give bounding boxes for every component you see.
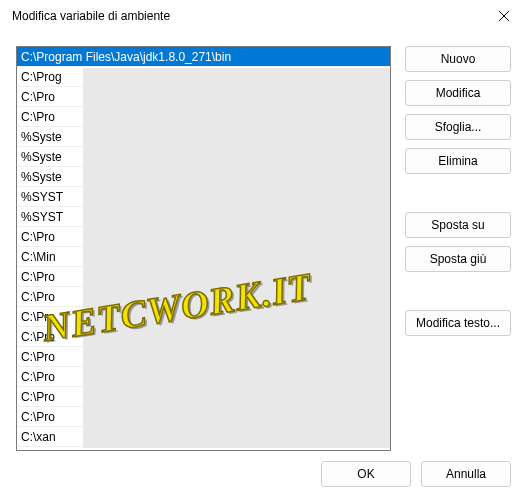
list-item[interactable]: C:\Pro bbox=[17, 367, 390, 387]
close-button[interactable] bbox=[481, 0, 527, 32]
browse-button[interactable]: Sfoglia... bbox=[405, 114, 511, 140]
list-item[interactable]: C:\Pro bbox=[17, 227, 390, 247]
dialog-footer: OK Annulla bbox=[321, 461, 511, 487]
list-item[interactable]: C:\Pro bbox=[17, 327, 390, 347]
button-sidebar: Nuovo Modifica Sfoglia... Elimina Sposta… bbox=[405, 46, 511, 451]
list-item[interactable]: C:\Pro bbox=[17, 107, 390, 127]
list-item[interactable]: C:\Pro bbox=[17, 287, 390, 307]
list-item[interactable]: C:\Prog bbox=[17, 67, 390, 87]
list-item[interactable]: %SYST bbox=[17, 187, 390, 207]
list-item[interactable]: %Syste bbox=[17, 167, 390, 187]
close-icon bbox=[499, 11, 509, 21]
edit-text-button[interactable]: Modifica testo... bbox=[405, 310, 511, 336]
titlebar: Modifica variabile di ambiente bbox=[0, 0, 527, 32]
dialog-content: C:\Program Files\Java\jdk1.8.0_271\binC:… bbox=[0, 32, 527, 501]
delete-button[interactable]: Elimina bbox=[405, 148, 511, 174]
edit-button[interactable]: Modifica bbox=[405, 80, 511, 106]
window-title: Modifica variabile di ambiente bbox=[12, 9, 170, 23]
list-item[interactable]: C:\Pro bbox=[17, 87, 390, 107]
list-item[interactable]: %Syste bbox=[17, 127, 390, 147]
list-item[interactable]: %Syste bbox=[17, 147, 390, 167]
move-down-button[interactable]: Sposta giù bbox=[405, 246, 511, 272]
list-item[interactable]: C:\xan bbox=[17, 427, 390, 447]
list-item[interactable]: C:\Pro bbox=[17, 347, 390, 367]
move-up-button[interactable]: Sposta su bbox=[405, 212, 511, 238]
path-listbox[interactable]: C:\Program Files\Java\jdk1.8.0_271\binC:… bbox=[16, 46, 391, 451]
list-item[interactable]: C:\Pro bbox=[17, 307, 390, 327]
list-item[interactable]: C:\Min bbox=[17, 247, 390, 267]
list-item[interactable]: C:\Pro bbox=[17, 387, 390, 407]
ok-button[interactable]: OK bbox=[321, 461, 411, 487]
new-button[interactable]: Nuovo bbox=[405, 46, 511, 72]
list-item[interactable]: %SYST bbox=[17, 207, 390, 227]
list-item[interactable]: C:\Program Files\Java\jdk1.8.0_271\bin bbox=[17, 47, 390, 67]
cancel-button[interactable]: Annulla bbox=[421, 461, 511, 487]
list-item[interactable]: C:\Pro bbox=[17, 407, 390, 427]
list-item[interactable]: C:\Pro bbox=[17, 267, 390, 287]
